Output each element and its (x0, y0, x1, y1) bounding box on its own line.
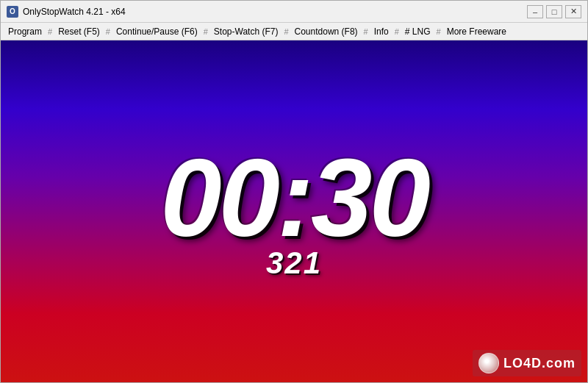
title-bar: O OnlyStopWatch 4.21 - x64 – □ ✕ (1, 1, 587, 23)
watermark-text: LO4D.com (503, 356, 576, 371)
sep-6: # (393, 27, 401, 36)
sep-2: # (104, 27, 112, 36)
window-controls: – □ ✕ (527, 5, 581, 18)
menu-countdown[interactable]: Countdown (F8) (290, 25, 362, 38)
menu-lng[interactable]: # LNG (401, 25, 435, 38)
minimize-button[interactable]: – (527, 5, 543, 18)
title-bar-left: O OnlyStopWatch 4.21 - x64 (7, 6, 126, 18)
window-title: OnlyStopWatch 4.21 - x64 (23, 7, 126, 17)
menu-continue-pause[interactable]: Continue/Pause (F6) (112, 25, 202, 38)
sep-1: # (46, 27, 54, 36)
maximize-button[interactable]: □ (546, 5, 562, 18)
close-button[interactable]: ✕ (565, 5, 581, 18)
watermark-logo-icon (478, 353, 499, 373)
sep-5: # (362, 27, 370, 36)
app-window: O OnlyStopWatch 4.21 - x64 – □ ✕ Program… (0, 0, 588, 383)
menu-info[interactable]: Info (370, 25, 393, 38)
main-time: 00:30 (160, 143, 428, 253)
menu-bar: Program # Reset (F5) # Continue/Pause (F… (1, 23, 587, 40)
menu-stopwatch[interactable]: Stop-Watch (F7) (209, 25, 283, 38)
menu-reset[interactable]: Reset (F5) (54, 25, 104, 38)
timer-display: 00:30 321 (160, 143, 428, 281)
sep-7: # (435, 27, 442, 36)
main-content: 00:30 321 LO4D.com (1, 40, 587, 382)
menu-program[interactable]: Program (4, 25, 46, 38)
menu-more-freeware[interactable]: More Freeware (442, 25, 511, 38)
watermark: LO4D.com (473, 350, 581, 376)
sep-3: # (202, 27, 209, 36)
sep-4: # (282, 27, 290, 36)
sub-time: 321 (266, 246, 322, 281)
app-icon: O (7, 6, 18, 18)
